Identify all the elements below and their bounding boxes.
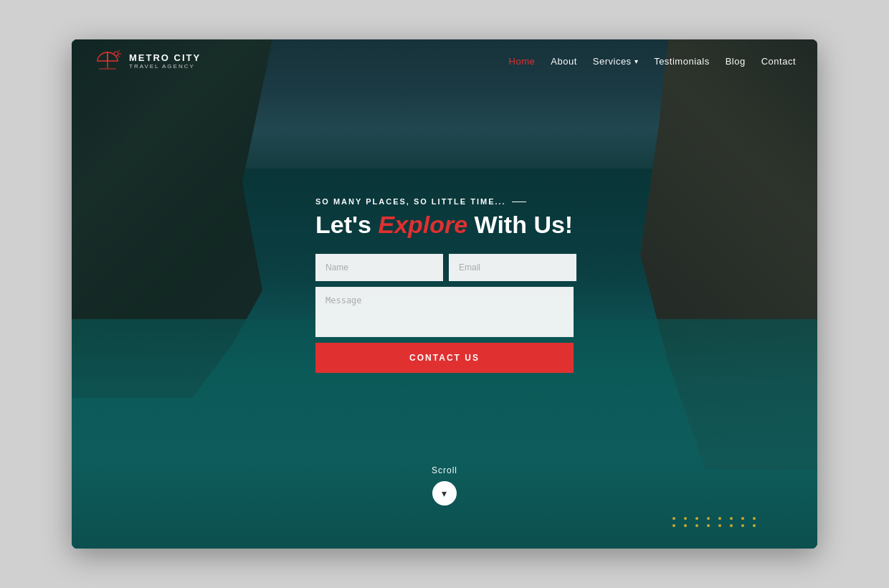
- nav-link-home[interactable]: Home: [509, 56, 536, 67]
- hero-content: SO MANY PLACES, SO LITTLE TIME... Let's …: [315, 197, 574, 373]
- nav-links: Home About Services Testimonials Blog Co…: [509, 54, 796, 67]
- dot: [707, 517, 710, 520]
- dot: [695, 524, 698, 527]
- dot: [718, 524, 721, 527]
- hero-section: METRO CITY TRAVEL AGENCY Home About Serv…: [72, 39, 817, 549]
- nav-link-about[interactable]: About: [551, 56, 576, 67]
- dot: [684, 517, 687, 520]
- hero-title-highlight: Explore: [378, 211, 467, 238]
- nav-item-about[interactable]: About: [551, 54, 576, 67]
- hero-tagline: SO MANY PLACES, SO LITTLE TIME...: [315, 197, 574, 206]
- nav-item-contact[interactable]: Contact: [761, 54, 796, 67]
- contact-form: CONTACT US: [315, 254, 574, 373]
- scroll-label: Scroll: [432, 465, 457, 475]
- dot: [741, 517, 744, 520]
- dot: [672, 517, 675, 520]
- nav-item-services[interactable]: Services: [593, 56, 638, 67]
- nav-item-home[interactable]: Home: [509, 54, 536, 67]
- scroll-button[interactable]: ▾: [432, 481, 457, 506]
- logo[interactable]: METRO CITY TRAVEL AGENCY: [93, 47, 201, 75]
- dot: [718, 517, 721, 520]
- dot: [707, 524, 710, 527]
- logo-text: METRO CITY TRAVEL AGENCY: [129, 52, 201, 70]
- dot: [753, 517, 756, 520]
- name-input[interactable]: [315, 254, 443, 281]
- dot: [730, 524, 733, 527]
- dot: [684, 524, 687, 527]
- hero-title-start: Let's: [315, 211, 378, 238]
- hero-title: Let's Explore With Us!: [315, 212, 574, 238]
- nav-link-services[interactable]: Services: [593, 56, 638, 67]
- dot: [730, 517, 733, 520]
- contact-us-button[interactable]: CONTACT US: [315, 343, 574, 373]
- browser-frame: METRO CITY TRAVEL AGENCY Home About Serv…: [72, 39, 817, 549]
- nav-item-blog[interactable]: Blog: [726, 54, 746, 67]
- logo-icon: [93, 47, 122, 75]
- dot: [672, 524, 675, 527]
- dot: [753, 524, 756, 527]
- svg-line-4: [118, 56, 120, 57]
- logo-title: METRO CITY: [129, 52, 201, 63]
- nav-link-blog[interactable]: Blog: [726, 56, 746, 67]
- hero-title-end: With Us!: [467, 211, 573, 238]
- svg-point-1: [114, 52, 118, 56]
- logo-subtitle: TRAVEL AGENCY: [129, 63, 201, 70]
- nav-link-testimonials[interactable]: Testimonials: [654, 56, 710, 67]
- form-row-top: [315, 254, 574, 281]
- nav-link-contact[interactable]: Contact: [761, 56, 796, 67]
- message-input[interactable]: [315, 287, 574, 337]
- svg-line-2: [118, 50, 120, 52]
- navbar: METRO CITY TRAVEL AGENCY Home About Serv…: [72, 39, 817, 82]
- dot: [741, 524, 744, 527]
- nav-item-testimonials[interactable]: Testimonials: [654, 54, 710, 67]
- dot-pattern: [672, 517, 760, 527]
- scroll-arrow-icon: ▾: [442, 488, 447, 499]
- dot: [695, 517, 698, 520]
- email-input[interactable]: [449, 254, 576, 281]
- scroll-indicator: Scroll ▾: [432, 465, 457, 506]
